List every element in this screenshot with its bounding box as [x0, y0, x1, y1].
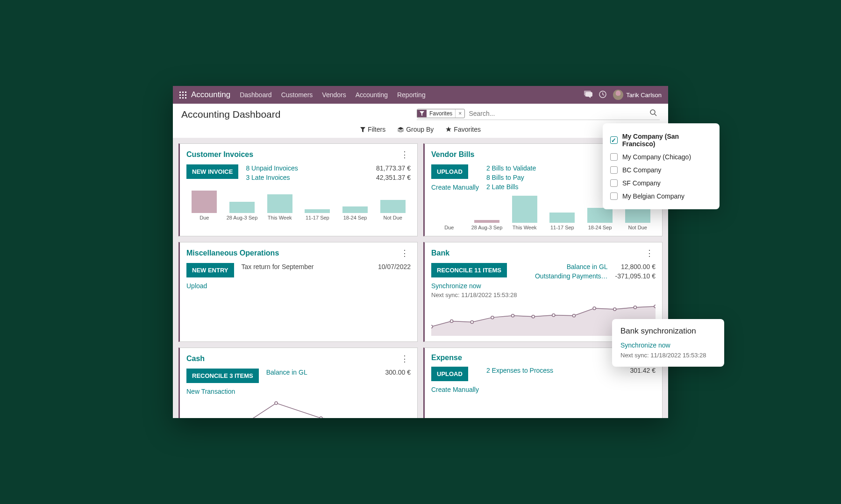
- kebab-icon[interactable]: ⋮: [399, 248, 411, 258]
- messages-icon[interactable]: [584, 91, 592, 99]
- brand[interactable]: Accounting: [191, 90, 230, 99]
- chart-label: 28 Aug-3 Sep: [471, 225, 503, 230]
- unpaid-invoices-link[interactable]: 8 Unpaid Invoices: [246, 164, 369, 172]
- nav-accounting[interactable]: Accounting: [356, 91, 388, 99]
- balance-gl-value: 12,800.00 €: [615, 263, 656, 270]
- nav-dashboard[interactable]: Dashboard: [240, 91, 272, 99]
- checkbox[interactable]: [610, 166, 618, 174]
- upload-button[interactable]: UPLOAD: [431, 367, 468, 381]
- svg-rect-7: [182, 97, 184, 99]
- groupby-button[interactable]: Group By: [398, 126, 434, 133]
- svg-point-21: [634, 306, 636, 309]
- reconcile-button[interactable]: RECONCILE 3 ITEMS: [186, 369, 259, 383]
- header-row: Accounting Dashboard Favorites ×: [173, 104, 668, 123]
- popover-title: Bank synchronization: [620, 327, 716, 336]
- company-option[interactable]: My Belgian Company: [610, 190, 712, 203]
- search-icon[interactable]: [647, 109, 660, 118]
- chip-close[interactable]: ×: [455, 109, 464, 118]
- reconcile-button[interactable]: RECONCILE 11 ITEMS: [431, 263, 507, 277]
- upload-button[interactable]: UPLOAD: [431, 164, 468, 179]
- outstanding-value: -371,095.10 €: [615, 272, 656, 280]
- kebab-icon[interactable]: ⋮: [643, 248, 656, 258]
- checkbox[interactable]: [610, 153, 618, 161]
- chip-label: Favorites: [427, 109, 455, 118]
- new-invoice-button[interactable]: NEW INVOICE: [186, 164, 238, 179]
- outstanding-link[interactable]: Outstanding Payments…: [535, 272, 608, 280]
- bank-sync-popover: Bank synchronization Synchronize now Nex…: [612, 319, 724, 367]
- chart-bar: [342, 206, 368, 213]
- card-title[interactable]: Cash: [186, 355, 399, 363]
- chart-bar: [229, 202, 255, 213]
- create-manually-link[interactable]: Create Manually: [431, 184, 479, 191]
- checkbox[interactable]: [610, 179, 618, 187]
- company-option[interactable]: My Company (Chicago): [610, 150, 712, 163]
- next-sync-text: Next sync: 11/18/2022 15:53:28: [431, 291, 517, 298]
- new-entry-button[interactable]: NEW ENTRY: [186, 263, 234, 277]
- svg-point-19: [593, 307, 596, 310]
- svg-point-10: [650, 110, 655, 114]
- favorites-button[interactable]: Favorites: [446, 126, 481, 133]
- search-input[interactable]: [465, 108, 647, 119]
- kebab-icon[interactable]: ⋮: [399, 354, 411, 364]
- upload-link[interactable]: Upload: [186, 282, 207, 290]
- card-title[interactable]: Customer Invoices: [186, 150, 399, 159]
- nav-reporting[interactable]: Reporting: [397, 91, 426, 99]
- checkbox[interactable]: [610, 136, 618, 144]
- card-misc-operations: Miscellaneous Operations ⋮ NEW ENTRY Upl…: [178, 242, 418, 342]
- new-transaction-link[interactable]: New Transaction: [186, 388, 235, 395]
- filter-row: Filters Group By Favorites: [173, 123, 668, 138]
- activity-icon[interactable]: [599, 91, 606, 99]
- nav-items: Dashboard Customers Vendors Accounting R…: [240, 91, 584, 99]
- sync-now-link[interactable]: Synchronize now: [620, 341, 716, 349]
- expenses-process-link[interactable]: 2 Expenses to Process: [486, 367, 623, 374]
- nav-vendors[interactable]: Vendors: [322, 91, 346, 99]
- chart-bar: [192, 191, 217, 213]
- svg-rect-4: [182, 94, 184, 96]
- svg-point-26: [320, 417, 322, 418]
- next-sync-text: Next sync: 11/18/2022 15:53:28: [620, 352, 706, 359]
- checkbox[interactable]: [610, 192, 618, 200]
- invoice-bar-chart: Due28 Aug-3 SepThis Week11-17 Sep18-24 S…: [186, 188, 411, 220]
- svg-point-17: [552, 314, 555, 317]
- topbar-right: Tarik Carlson: [584, 90, 662, 100]
- chart-label: 11-17 Sep: [550, 225, 574, 230]
- sync-now-link[interactable]: Synchronize now: [431, 282, 481, 290]
- company-option[interactable]: BC Company: [610, 163, 712, 177]
- svg-point-12: [450, 320, 453, 323]
- page-title: Accounting Dashboard: [181, 109, 280, 120]
- chart-label: 28 Aug-3 Sep: [227, 215, 258, 220]
- user-menu[interactable]: Tarik Carlson: [613, 90, 662, 100]
- company-selector-popover: My Company (San Francisco)My Company (Ch…: [603, 123, 720, 209]
- cards-area: Customer Invoices ⋮ NEW INVOICE 8 Unpaid…: [173, 138, 668, 418]
- chart-bar: [549, 213, 575, 223]
- apps-icon[interactable]: [179, 92, 186, 99]
- card-title[interactable]: Bank: [431, 249, 643, 257]
- svg-point-22: [654, 305, 656, 308]
- company-option[interactable]: My Company (San Francisco): [610, 130, 712, 150]
- late-invoices-link[interactable]: 3 Late Invoices: [246, 174, 369, 181]
- svg-point-25: [275, 402, 278, 405]
- tax-return-date: 10/07/2022: [378, 263, 411, 270]
- create-manually-link[interactable]: Create Manually: [431, 386, 479, 393]
- unpaid-amount: 81,773.37 €: [376, 164, 411, 172]
- svg-rect-6: [179, 97, 181, 99]
- app-frame: Accounting Dashboard Customers Vendors A…: [173, 86, 668, 418]
- chart-label: This Week: [268, 215, 292, 220]
- chart-bar: [587, 208, 613, 223]
- filters-button[interactable]: Filters: [360, 126, 385, 133]
- card-cash: Cash ⋮ RECONCILE 3 ITEMS New Transaction…: [178, 348, 418, 418]
- nav-customers[interactable]: Customers: [281, 91, 313, 99]
- chart-bar: [267, 194, 292, 213]
- expense-amount: 301.42 €: [630, 367, 656, 374]
- chart-label: 18-24 Sep: [343, 215, 367, 220]
- company-option[interactable]: SF Company: [610, 177, 712, 190]
- svg-rect-1: [182, 92, 184, 93]
- chart-bar: [380, 200, 406, 213]
- balance-gl-link[interactable]: Balance in GL: [567, 263, 608, 270]
- cash-line-chart: [186, 400, 411, 418]
- card-title[interactable]: Miscellaneous Operations: [186, 249, 399, 257]
- kebab-icon[interactable]: ⋮: [399, 149, 411, 160]
- company-label: SF Company: [622, 179, 661, 187]
- chart-label: Due: [200, 215, 209, 220]
- balance-gl-link[interactable]: Balance in GL: [266, 369, 378, 376]
